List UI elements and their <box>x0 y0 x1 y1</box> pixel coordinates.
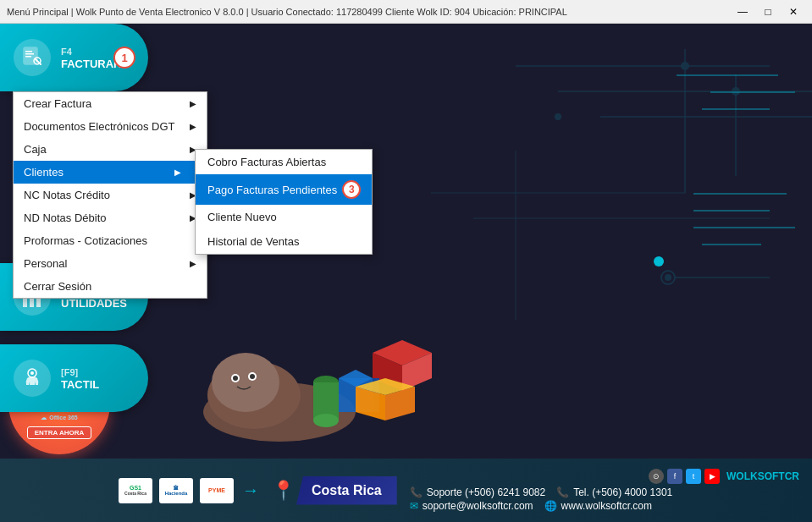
svg-point-5 <box>681 62 689 70</box>
facebook-icon: f <box>667 469 682 484</box>
costa-rica-section: 📍 Costa Rica <box>272 476 397 505</box>
facturar-icon <box>14 39 51 76</box>
menu-item-cerrar-sesion[interactable]: Cerrar Sesión <box>14 275 207 298</box>
pyme-logo: PYME <box>200 478 234 503</box>
youtube-icon: ▶ <box>704 469 720 484</box>
maximize-button[interactable]: □ <box>756 3 780 21</box>
tech-line-5 <box>693 210 770 212</box>
email-website: ✉ soporte@wolksoftcr.com 🌐 www.wolksoftc… <box>410 500 673 512</box>
submenu-pago-facturas[interactable]: Pago Facturas Pendientes 3 <box>196 174 372 205</box>
submenu-historial-ventas[interactable]: Historial de Ventas <box>196 229 372 254</box>
accent-dot <box>654 256 664 266</box>
svg-point-42 <box>313 414 339 427</box>
f4-facturar-button[interactable]: F4 FACTURAR 1 <box>0 24 148 91</box>
menu-item-nc[interactable]: NC Notas Crédito ▶ <box>14 184 207 206</box>
minimize-button[interactable]: — <box>731 3 754 21</box>
country-label: Costa Rica <box>312 483 382 498</box>
window-title: Menú Principal | Wolk Punto de Venta Ele… <box>7 7 731 17</box>
arrow-icon: ▶ <box>190 99 196 108</box>
arrow-icon-clientes: ▶ <box>174 168 181 177</box>
arrow-icon: ▶ <box>190 259 196 268</box>
close-button[interactable]: ✕ <box>782 3 805 21</box>
tactil-icon <box>14 360 51 397</box>
f9-label: [F9] TACTIL <box>61 365 99 391</box>
svg-point-28 <box>233 376 238 381</box>
tech-line-6 <box>693 227 795 228</box>
f4-label: F4 FACTURAR <box>61 45 122 70</box>
tech-line-1 <box>677 74 778 76</box>
contact-left: 📞 Soporte (+506) 6241 9082 📞 Tel. (+506)… <box>410 486 673 512</box>
main-area: F4 FACTURAR 1 [F8] UTILIDADES <box>0 24 812 522</box>
menu-item-personal[interactable]: Personal ▶ <box>14 252 207 275</box>
menu-item-caja[interactable]: Caja ▶ <box>14 138 207 161</box>
svg-rect-19 <box>23 299 27 307</box>
main-dropdown-menu: Crear Factura ▶ Documentos Electrónicos … <box>13 91 207 299</box>
arrow-icon: ▶ <box>190 122 196 131</box>
clientes-submenu: Cobro Facturas Abiertas Pago Facturas Pe… <box>195 149 373 255</box>
svg-point-7 <box>555 113 561 120</box>
pago-facturas-badge: 3 <box>342 180 361 199</box>
twitter-icon: t <box>686 469 701 484</box>
svg-point-26 <box>212 353 279 412</box>
tech-line-2 <box>710 91 795 93</box>
menu-item-clientes[interactable]: Clientes ▶ 2 <box>14 161 207 184</box>
title-bar: Menú Principal | Wolk Punto de Venta Ele… <box>0 0 812 24</box>
social-circle-icon: ⊙ <box>649 469 664 484</box>
svg-rect-17 <box>25 56 31 58</box>
email-icon: ✉ <box>410 500 418 512</box>
svg-point-23 <box>30 371 34 375</box>
f9-tactil-button[interactable]: [F9] TACTIL <box>0 344 148 412</box>
toy-blocks-illustration <box>169 302 466 454</box>
contact-info: 📞 Soporte (+506) 6241 9082 📞 Tel. (+506)… <box>410 486 812 512</box>
svg-rect-15 <box>25 51 32 52</box>
menu-item-crear-factura[interactable]: Crear Factura ▶ <box>14 92 207 115</box>
hacienda-logo: 🏛 Hacienda <box>159 478 193 503</box>
menu-item-proformas[interactable]: Proformas - Cotizaciones <box>14 229 207 252</box>
arrow-decoration: → <box>242 481 259 500</box>
phone-support: 📞 Soporte (+506) 6241 9082 📞 Tel. (+506)… <box>410 486 673 498</box>
f4-badge: 1 <box>113 47 135 69</box>
svg-rect-16 <box>25 53 34 55</box>
svg-point-11 <box>665 274 671 281</box>
costa-rica-flag-area: Costa Rica <box>296 476 397 505</box>
menu-item-documentos[interactable]: Documentos Electrónicos DGT ▶ <box>14 115 207 138</box>
tech-line-4 <box>693 193 787 195</box>
social-row: ⊙ f t ▶ WOLKSOFTCR <box>410 469 812 484</box>
social-brand-label: WOLKSOFTCR <box>726 470 799 482</box>
tech-line-7 <box>702 244 761 245</box>
contact-social-area: ⊙ f t ▶ WOLKSOFTCR 📞 Soporte (+506) 6241… <box>397 469 812 512</box>
tech-line-3 <box>702 108 770 110</box>
phone-icon-1: 📞 <box>410 486 423 498</box>
submenu-cliente-nuevo[interactable]: Cliente Nuevo <box>196 205 372 229</box>
svg-point-30 <box>250 374 255 379</box>
window-controls: — □ ✕ <box>731 3 805 21</box>
submenu-cobro-facturas[interactable]: Cobro Facturas Abiertas <box>196 150 372 174</box>
menu-item-nd[interactable]: ND Notas Débito ▶ <box>14 206 207 229</box>
map-pin-icon: 📍 <box>272 480 295 502</box>
